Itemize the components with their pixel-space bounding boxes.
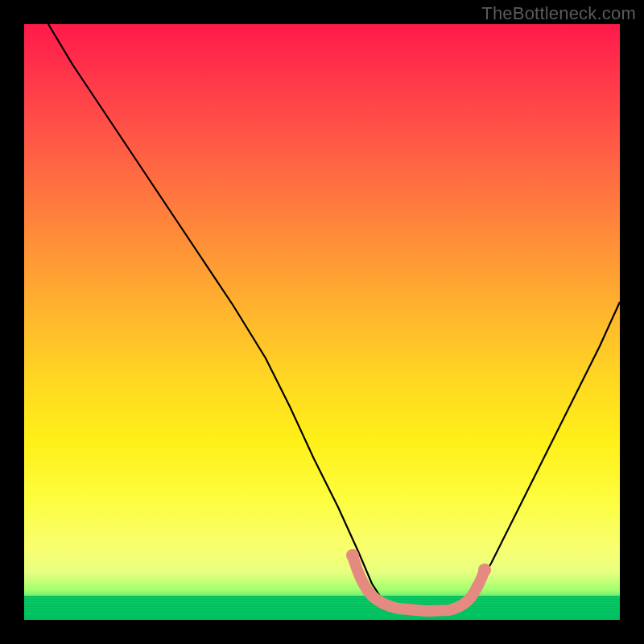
bottleneck-curve-path bbox=[48, 24, 620, 612]
plot-area bbox=[24, 24, 620, 620]
highlight-dot-left bbox=[346, 549, 359, 562]
curve-svg bbox=[24, 24, 620, 620]
chart-frame: TheBottleneck.com bbox=[0, 0, 644, 644]
highlight-dot-right bbox=[478, 564, 491, 576]
highlight-dot-right2 bbox=[471, 582, 482, 593]
watermark-text: TheBottleneck.com bbox=[481, 3, 636, 24]
